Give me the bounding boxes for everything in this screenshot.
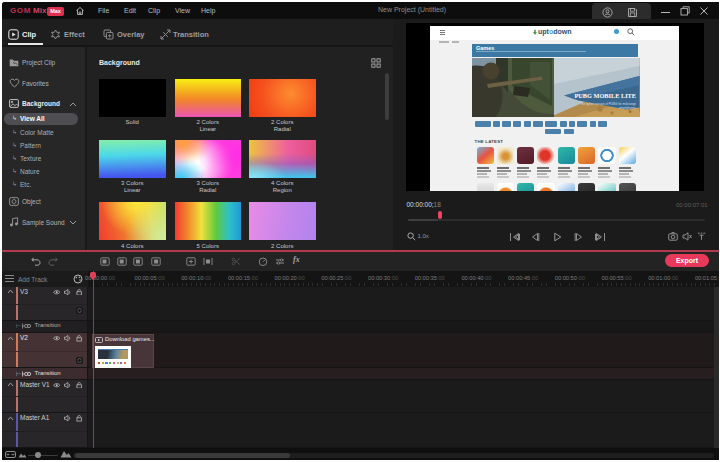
svg-text:PUBG MOBILE LITE: PUBG MOBILE LITE <box>574 92 636 99</box>
svg-text:smartphones: smartphones <box>619 106 637 110</box>
